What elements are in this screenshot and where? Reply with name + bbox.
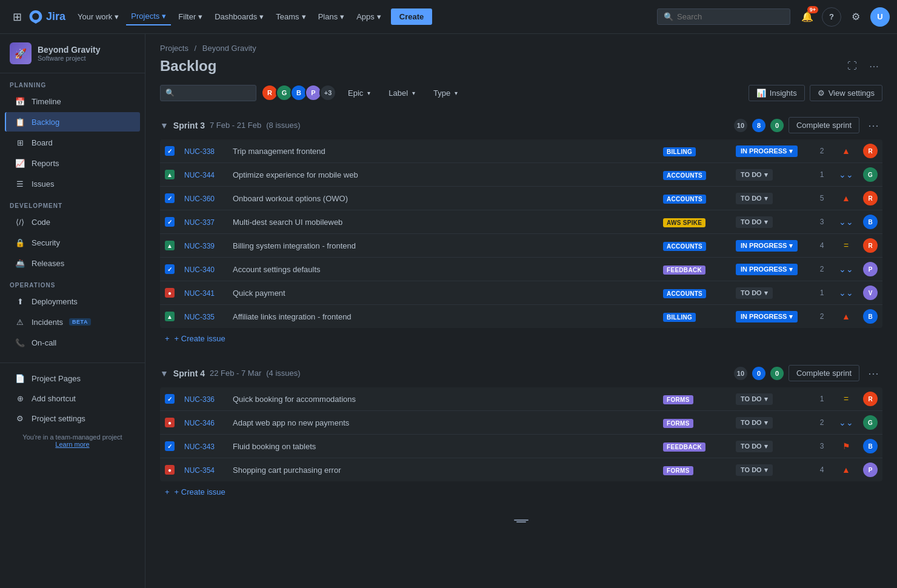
issue-key-cell[interactable]: NUC-346 bbox=[179, 411, 228, 435]
breadcrumb-projects-link[interactable]: Projects bbox=[160, 44, 188, 53]
sidebar-item-project-pages[interactable]: 📄 Project Pages bbox=[5, 369, 140, 388]
epic-badge[interactable]: FORMS bbox=[663, 419, 693, 428]
avatar-filter-more[interactable]: +3 bbox=[319, 84, 336, 101]
breadcrumb-project-link[interactable]: Beyond Gravity bbox=[202, 44, 256, 53]
status-button[interactable]: TO DO ▾ bbox=[736, 216, 773, 228]
epic-badge[interactable]: ACCOUNTS bbox=[663, 171, 706, 180]
table-row[interactable]: ● NUC-341 Quick payment ACCOUNTS TO DO ▾… bbox=[160, 281, 882, 305]
issue-key-cell[interactable]: NUC-335 bbox=[179, 305, 228, 329]
status-button[interactable]: TO DO ▾ bbox=[736, 417, 773, 429]
sidebar-item-add-shortcut[interactable]: ⊕ Add shortcut bbox=[5, 389, 140, 408]
table-row[interactable]: ✓ NUC-336 Quick booking for accommodatio… bbox=[160, 387, 882, 411]
issue-status-cell[interactable]: IN PROGRESS ▾ bbox=[731, 139, 810, 163]
epic-badge[interactable]: FORMS bbox=[663, 466, 693, 475]
search-bar[interactable]: 🔍 bbox=[657, 8, 790, 25]
sidebar-item-releases[interactable]: 🚢 Releases bbox=[5, 253, 140, 273]
issue-key[interactable]: NUC-344 bbox=[184, 171, 215, 179]
epic-badge[interactable]: ACCOUNTS bbox=[663, 289, 706, 298]
issue-key[interactable]: NUC-341 bbox=[184, 289, 215, 298]
teams-nav[interactable]: Teams ▾ bbox=[271, 8, 310, 25]
issue-summary-cell[interactable]: Billing system integration - frontend bbox=[228, 234, 658, 258]
label-filter-button[interactable]: Label ▾ bbox=[382, 85, 422, 101]
status-button[interactable]: TO DO ▾ bbox=[736, 287, 773, 299]
sprint4-menu-button[interactable]: ⋯ bbox=[864, 366, 882, 381]
sprint4-create-issue[interactable]: + + Create issue bbox=[160, 481, 882, 503]
issue-key-cell[interactable]: NUC-338 bbox=[179, 139, 228, 163]
issue-summary[interactable]: Shopping cart purchasing error bbox=[233, 466, 341, 475]
table-row[interactable]: ✓ NUC-360 Onboard workout options (OWO) … bbox=[160, 187, 882, 210]
fullscreen-button[interactable]: ⛶ bbox=[844, 58, 861, 75]
status-button[interactable]: IN PROGRESS ▾ bbox=[736, 311, 798, 322]
issue-status-cell[interactable]: TO DO ▾ bbox=[731, 435, 810, 458]
status-button[interactable]: IN PROGRESS ▾ bbox=[736, 145, 798, 157]
epic-badge[interactable]: ACCOUNTS bbox=[663, 195, 706, 204]
issue-summary-cell[interactable]: Fluid booking on tablets bbox=[228, 435, 658, 458]
status-button[interactable]: TO DO ▾ bbox=[736, 169, 773, 181]
table-row[interactable]: ▲ NUC-335 Affiliate links integration - … bbox=[160, 305, 882, 329]
table-row[interactable]: ▲ NUC-344 Optimize experience for mobile… bbox=[160, 163, 882, 187]
issue-key-cell[interactable]: NUC-360 bbox=[179, 187, 228, 210]
table-row[interactable]: ● NUC-346 Adapt web app no new payments … bbox=[160, 411, 882, 435]
issue-summary-cell[interactable]: Account settings defaults bbox=[228, 258, 658, 281]
issue-summary-cell[interactable]: Multi-dest search UI mobileweb bbox=[228, 210, 658, 234]
sprint3-menu-button[interactable]: ⋯ bbox=[864, 118, 882, 133]
sidebar-item-board[interactable]: ⊞ Board bbox=[5, 133, 140, 152]
issue-summary-cell[interactable]: Affiliate links integration - frontend bbox=[228, 305, 658, 329]
table-row[interactable]: ✓ NUC-340 Account settings defaults FEED… bbox=[160, 258, 882, 281]
issue-summary-cell[interactable]: Quick payment bbox=[228, 281, 658, 305]
issue-summary[interactable]: Quick payment bbox=[233, 289, 285, 298]
table-row[interactable]: ✓ NUC-337 Multi-dest search UI mobileweb… bbox=[160, 210, 882, 234]
epic-badge[interactable]: FEEDBACK bbox=[663, 443, 705, 452]
apps-nav[interactable]: Apps ▾ bbox=[352, 8, 386, 25]
issue-summary[interactable]: Affiliate links integration - frontend bbox=[233, 312, 352, 321]
sidebar-item-security[interactable]: 🔒 Security bbox=[5, 233, 140, 252]
table-row[interactable]: ✓ NUC-338 Trip management frontend BILLI… bbox=[160, 139, 882, 163]
epic-badge[interactable]: FORMS bbox=[663, 395, 693, 404]
issue-epic-cell[interactable]: ACCOUNTS bbox=[658, 163, 731, 187]
sprint3-create-issue[interactable]: + + Create issue bbox=[160, 328, 882, 349]
issue-summary[interactable]: Fluid booking on tablets bbox=[233, 442, 316, 451]
issue-key-cell[interactable]: NUC-337 bbox=[179, 210, 228, 234]
issue-key-cell[interactable]: NUC-341 bbox=[179, 281, 228, 305]
issue-key[interactable]: NUC-337 bbox=[184, 218, 215, 227]
status-button[interactable]: IN PROGRESS ▾ bbox=[736, 264, 798, 275]
issue-summary[interactable]: Trip management frontend bbox=[233, 147, 325, 156]
issue-summary-cell[interactable]: Onboard workout options (OWO) bbox=[228, 187, 658, 210]
search-input[interactable] bbox=[677, 12, 768, 21]
issue-key-cell[interactable]: NUC-343 bbox=[179, 435, 228, 458]
issue-epic-cell[interactable]: ACCOUNTS bbox=[658, 281, 731, 305]
epic-badge[interactable]: ACCOUNTS bbox=[663, 242, 706, 251]
epic-badge[interactable]: BILLING bbox=[663, 147, 696, 156]
status-button[interactable]: TO DO ▾ bbox=[736, 393, 773, 405]
issue-summary[interactable]: Billing system integration - frontend bbox=[233, 241, 356, 250]
issue-key[interactable]: NUC-339 bbox=[184, 242, 215, 250]
issue-summary-cell[interactable]: Quick booking for accommodations bbox=[228, 387, 658, 411]
issue-key[interactable]: NUC-338 bbox=[184, 147, 215, 156]
issue-epic-cell[interactable]: FORMS bbox=[658, 411, 731, 435]
issue-key[interactable]: NUC-335 bbox=[184, 313, 215, 321]
plans-nav[interactable]: Plans ▾ bbox=[313, 8, 350, 25]
sidebar-item-incidents[interactable]: ⚠ Incidents BETA bbox=[5, 312, 140, 332]
status-button[interactable]: TO DO ▾ bbox=[736, 193, 773, 204]
issue-summary-cell[interactable]: Optimize experience for mobile web bbox=[228, 163, 658, 187]
sprint3-complete-button[interactable]: Complete sprint bbox=[789, 117, 859, 133]
dashboards-nav[interactable]: Dashboards ▾ bbox=[210, 8, 268, 25]
table-row[interactable]: ● NUC-354 Shopping cart purchasing error… bbox=[160, 458, 882, 482]
filter-search[interactable]: 🔍 bbox=[160, 85, 256, 101]
issue-summary[interactable]: Optimize experience for mobile web bbox=[233, 170, 358, 179]
issue-epic-cell[interactable]: FEEDBACK bbox=[658, 435, 731, 458]
issue-status-cell[interactable]: IN PROGRESS ▾ bbox=[731, 258, 810, 281]
issue-status-cell[interactable]: TO DO ▾ bbox=[731, 387, 810, 411]
issue-epic-cell[interactable]: ACCOUNTS bbox=[658, 187, 731, 210]
notifications-button[interactable]: 🔔 9+ bbox=[798, 7, 817, 27]
issue-key-cell[interactable]: NUC-354 bbox=[179, 458, 228, 482]
issue-key[interactable]: NUC-340 bbox=[184, 266, 215, 274]
sidebar-item-deployments[interactable]: ⬆ Deployments bbox=[5, 292, 140, 311]
sidebar-item-reports[interactable]: 📈 Reports bbox=[5, 153, 140, 173]
issue-key-cell[interactable]: NUC-336 bbox=[179, 387, 228, 411]
insights-button[interactable]: 📊 Insights bbox=[749, 85, 805, 101]
issue-status-cell[interactable]: IN PROGRESS ▾ bbox=[731, 305, 810, 329]
issue-summary-cell[interactable]: Shopping cart purchasing error bbox=[228, 458, 658, 482]
issue-summary[interactable]: Quick booking for accommodations bbox=[233, 395, 356, 404]
issue-status-cell[interactable]: TO DO ▾ bbox=[731, 411, 810, 435]
